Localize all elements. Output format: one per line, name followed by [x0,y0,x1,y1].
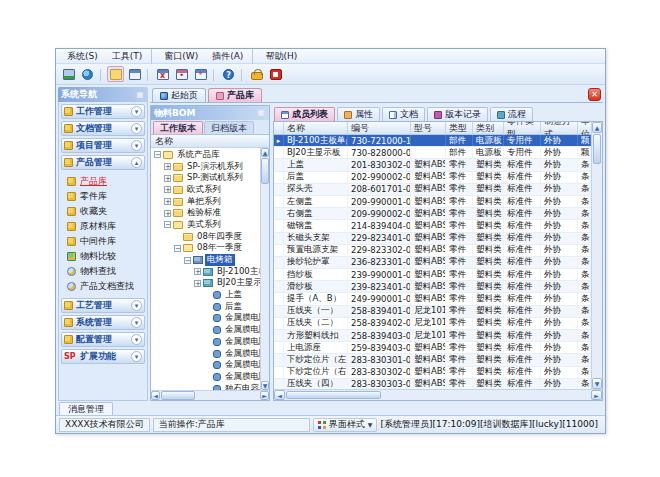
sidebar-item[interactable]: 中间件库 [67,234,145,249]
tree-node[interactable]: − 系统产品库 [151,149,260,161]
member-tab[interactable]: 属性 [337,107,380,121]
tree-column-header[interactable]: 名称 [151,135,269,148]
sidebar-section[interactable]: SP 扩展功能 ▾ [61,349,145,364]
pin-icon[interactable]: ▣ [256,108,266,118]
arrow-right-icon[interactable]: ► [260,391,269,400]
sidebar-section[interactable]: 文档管理 ▾ [61,121,145,136]
expander-minus[interactable]: − [174,245,181,252]
column-header[interactable]: 制造方式 [541,122,578,134]
member-tab[interactable]: 成员列表 [274,107,335,121]
expander-plus[interactable]: + [164,198,171,205]
scrollbar-thumb[interactable] [261,158,269,184]
sidebar-item[interactable]: 物料查找 [67,264,145,279]
document-tab[interactable]: 起始页 [152,88,206,102]
sidebar-item[interactable]: 物料比较 [67,249,145,264]
table-row[interactable]: 方形塑料线扣 258-839403-00X 尼龙1010 零件 塑料类 标准件 … [274,330,591,342]
tree-node[interactable]: + SP-测试机系列 [151,172,260,184]
sidebar-item[interactable]: 零件库 [67,189,145,204]
table-row[interactable]: 预置电源支架 229-823302-00X 塑料ABS 零件 塑料类 标准件 外… [274,245,591,257]
sidebar-item[interactable]: 产品文档查找 [67,279,145,294]
tree-node[interactable]: − 电烤箱 [151,254,260,266]
scrollbar-thumb[interactable] [286,391,381,399]
table-row[interactable]: 探头壳 208-601701-01X 塑料ABS 零件 塑料类 标准件 外协 条 [274,184,591,196]
pin-icon[interactable]: ▣ [135,90,145,100]
version-tab[interactable]: 归档版本 [204,121,254,134]
menu-item[interactable]: 插件(A) [206,49,253,64]
expander-plus[interactable]: + [164,175,171,182]
expander-minus[interactable]: − [184,257,191,264]
tree-node[interactable]: 金属膜电阻器 [151,336,260,348]
sidebar-item[interactable]: 产品库 [67,174,145,189]
chevron-down-icon[interactable]: ▾ [131,334,142,345]
expander-minus[interactable]: − [164,221,171,228]
tree-node[interactable]: 金属膜电阻器 [151,371,260,383]
column-header[interactable]: 型号 [411,122,446,134]
scrollbar-thumb[interactable] [593,134,601,164]
toolbar-button[interactable]: x [154,66,171,82]
arrow-up-icon[interactable]: ▲ [261,148,269,157]
table-row[interactable]: 上盖 201-830302-00X 塑料ABS 零件 塑料类 标准件 外协 条 [274,159,591,171]
document-tab[interactable]: 产品库 [208,88,262,102]
grid-horizontal-scrollbar[interactable]: ◄ ► [274,389,602,400]
table-row[interactable]: 下纱定位片（左） 283-830301-00X 塑料ABS 零件 塑料类 标准件… [274,354,591,366]
tree-node[interactable]: − 08年一季度 [151,243,260,255]
toolbar-button[interactable] [126,66,143,82]
scrollbar-thumb[interactable] [161,391,195,400]
sidebar-section[interactable]: 系统管理 ▾ [61,315,145,330]
column-header[interactable]: 编号 [348,122,411,134]
version-tab[interactable]: 工作版本 [153,121,203,134]
column-header[interactable]: 名称 [284,122,348,134]
member-tab[interactable]: 版本记录 [427,107,488,121]
arrow-up-icon[interactable]: ▲ [592,122,602,133]
expander-plus[interactable]: + [194,280,201,287]
toolbar-button[interactable]: ? [220,66,237,82]
tree-node[interactable]: 上盖 [151,289,260,301]
sidebar-item[interactable]: 原材料库 [67,219,145,234]
column-header[interactable]: 类别 [473,122,504,134]
column-header[interactable]: 零件类型 [504,122,541,134]
table-row[interactable]: 接纱轮护罩 236-823301-00X 塑料ABS 零件 塑料类 标准件 外协… [274,257,591,269]
toolbar-button[interactable] [60,66,77,82]
column-header[interactable]: 单位 [578,122,591,134]
tree-node[interactable]: + BJ20主显示板 [151,278,260,290]
table-row[interactable]: 压线夹（二） 258-839402-00X 尼龙1010 零件 塑料类 标准件 … [274,318,591,330]
tree-node[interactable]: + SP-演示机系列 [151,161,260,173]
tree-node[interactable]: − 美式系列 [151,219,260,231]
tree-node[interactable]: 金属膜电阻器 [151,359,260,371]
table-row[interactable]: BJ-2100主板单点 730-721000-12X 部件 电源板 专用件 外协… [274,135,591,147]
sidebar-section[interactable]: 项目管理 ▾ [61,138,145,153]
table-row[interactable]: BJ20主显示板 730-828000-04X 部件 电源板 专用件 外协 颗 [274,147,591,159]
table-row[interactable]: 下纱定位片（右） 283-830302-00X 塑料ABS 零件 塑料类 标准件… [274,367,591,379]
table-row[interactable]: 上电源座 259-839403-00X 塑料ABS 零件 塑料类 标准件 外协 … [274,342,591,354]
table-row[interactable]: 挡纱板 239-990001-01X 塑料ABS 零件 塑料类 标准件 外协 条 [274,269,591,281]
table-row[interactable]: 磁钢盖 214-839404-01X 塑料ABS 零件 塑料类 标准件 外协 条 [274,220,591,232]
member-tab[interactable]: 流程 [490,107,533,121]
tree-horizontal-scrollbar[interactable]: ◄ ► [151,390,269,400]
tree-node[interactable]: + 单把系列 [151,196,260,208]
member-tab[interactable]: 文档 [382,107,425,121]
arrow-left-icon[interactable]: ◄ [274,390,285,400]
grid-vertical-scrollbar[interactable]: ▲ ▼ [591,122,602,389]
sidebar-section[interactable]: 工艺管理 ▾ [61,298,145,313]
chevron-down-icon[interactable]: ▾ [131,351,142,362]
tree-node[interactable]: 金属膜电阻器 [151,324,260,336]
arrow-left-icon[interactable]: ◄ [151,391,160,400]
chevron-down-icon[interactable]: ▾ [131,300,142,311]
table-row[interactable]: 压线夹（一） 258-839401-00X 尼龙1010 零件 塑料类 标准件 … [274,306,591,318]
arrow-down-icon[interactable]: ▼ [261,381,269,390]
tree-node[interactable]: 金属膜电阻器 [151,313,260,325]
toolbar-button[interactable]: * [192,66,209,82]
chevron-down-icon[interactable]: ▾ [131,317,142,328]
menu-item[interactable]: 工具(T) [106,49,153,64]
expander-minus[interactable]: − [154,151,161,158]
chevron-down-icon[interactable]: ▾ [131,123,142,134]
table-row[interactable]: 左侧盖 209-990001-01X 塑料ABS 零件 塑料类 标准件 外协 条 [274,196,591,208]
toolbar-button[interactable] [79,66,96,82]
table-row[interactable]: 提手（A、B） 249-990001-01X 塑料ABS 零件 塑料类 标准件 … [274,293,591,305]
tree-node[interactable]: 金属膜电阻器 [151,348,260,360]
arrow-down-icon[interactable]: ▼ [592,378,602,389]
table-row[interactable]: 压线夹（四） 283-830303-00X 塑料ABS 零件 塑料类 标准件 外… [274,379,591,389]
sidebar-item[interactable]: 收藏夹 [67,204,145,219]
column-header[interactable]: 类型 [446,122,473,134]
expander-plus[interactable]: + [164,186,171,193]
